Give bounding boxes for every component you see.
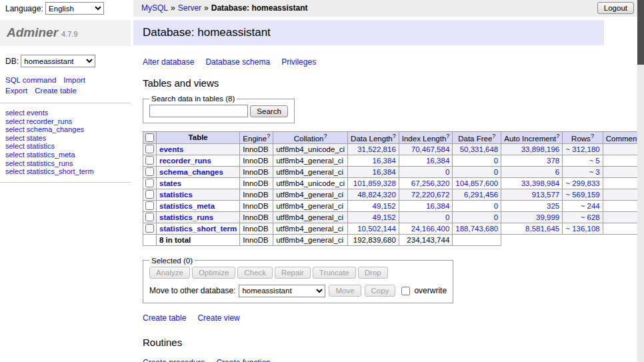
- scrollbar-thumb[interactable]: [637, 0, 644, 65]
- sidebar-menu-link[interactable]: SQL command: [5, 76, 56, 84]
- rows-link[interactable]: ~ 244: [581, 202, 600, 210]
- index-length-link[interactable]: 72,220,672: [411, 191, 450, 199]
- data-free-link[interactable]: 0: [494, 157, 498, 165]
- sidebar-table-link[interactable]: select statistics_runs: [5, 159, 125, 168]
- breadcrumb-mysql-link[interactable]: MySQL: [141, 3, 168, 13]
- check-button[interactable]: Check: [237, 267, 273, 279]
- table-name-link[interactable]: events: [159, 145, 183, 153]
- column-header-data-length[interactable]: Data Length?: [348, 132, 399, 144]
- create-link[interactable]: Create view: [197, 313, 239, 323]
- rows-link[interactable]: ~ 3: [589, 168, 599, 176]
- truncate-button[interactable]: Truncate: [313, 267, 356, 279]
- auto-increment-link[interactable]: 39,999: [536, 213, 559, 221]
- auto-increment-link[interactable]: 378: [547, 157, 559, 165]
- overwrite-checkbox[interactable]: [401, 287, 410, 295]
- sidebar-table-link[interactable]: select statistics_short_term: [5, 167, 125, 176]
- column-header-collation[interactable]: Collation?: [273, 132, 348, 144]
- data-length-link[interactable]: 49,152: [373, 213, 396, 221]
- create-link[interactable]: Create table: [143, 313, 186, 323]
- row-select-checkbox[interactable]: [145, 145, 154, 153]
- copy-button[interactable]: Copy: [365, 285, 396, 297]
- column-header-auto-increment[interactable]: Auto Increment?: [501, 132, 563, 144]
- auto-increment-link[interactable]: 33,398,984: [521, 179, 560, 187]
- column-header-table[interactable]: Table: [157, 132, 240, 144]
- data-length-link[interactable]: 49,152: [373, 202, 396, 210]
- sidebar-menu-link[interactable]: Import: [63, 76, 85, 84]
- auto-increment-link[interactable]: 913,577: [532, 191, 560, 199]
- rows-link[interactable]: ~ 569,159: [565, 191, 599, 199]
- column-header-rows[interactable]: Rows?: [563, 132, 603, 144]
- routine-link[interactable]: Create procedure: [143, 358, 205, 362]
- column-help[interactable]: ?: [591, 133, 594, 139]
- row-select-checkbox[interactable]: [145, 224, 154, 233]
- sidebar-table-link[interactable]: select events: [5, 109, 125, 117]
- data-free-link[interactable]: 0: [494, 168, 498, 176]
- column-help[interactable]: ?: [556, 133, 559, 139]
- routine-link[interactable]: Create function: [216, 358, 270, 362]
- column-help[interactable]: ?: [393, 133, 396, 139]
- column-help[interactable]: ?: [446, 133, 449, 139]
- sidebar-table-link[interactable]: select statistics_meta: [5, 151, 125, 159]
- column-header-index-length[interactable]: Index Length?: [399, 132, 453, 144]
- table-name-link[interactable]: statistics: [159, 191, 193, 199]
- data-length-link[interactable]: 16,384: [373, 157, 396, 165]
- db-action-link[interactable]: Database schema: [205, 57, 270, 67]
- column-help[interactable]: ?: [267, 133, 270, 139]
- index-length-link[interactable]: 70,467,584: [411, 145, 450, 153]
- rows-link[interactable]: ~ 628: [581, 213, 600, 221]
- data-length-link[interactable]: 10,502,144: [357, 225, 396, 233]
- row-select-checkbox[interactable]: [145, 179, 154, 187]
- db-action-link[interactable]: Alter database: [143, 57, 194, 67]
- row-select-checkbox[interactable]: [145, 167, 154, 176]
- row-select-checkbox[interactable]: [145, 201, 154, 210]
- index-length-link[interactable]: 16,384: [426, 202, 449, 210]
- sidebar-table-link[interactable]: select statistics: [5, 142, 125, 151]
- drop-button[interactable]: Drop: [358, 267, 388, 279]
- sidebar-table-link[interactable]: select states: [5, 134, 125, 143]
- auto-increment-link[interactable]: 6: [555, 168, 559, 176]
- index-length-link[interactable]: 24,166,400: [411, 225, 450, 233]
- vertical-scrollbar[interactable]: [637, 0, 644, 362]
- language-select[interactable]: English: [45, 2, 104, 15]
- sidebar-menu-link[interactable]: Create table: [35, 87, 77, 95]
- db-select[interactable]: homeassistant: [21, 55, 95, 67]
- search-input[interactable]: [149, 105, 248, 117]
- data-length-link[interactable]: 31,522,816: [357, 145, 396, 153]
- rows-link[interactable]: ~ 5: [589, 157, 599, 165]
- table-name-link[interactable]: statistics_runs: [159, 213, 213, 221]
- row-select-checkbox[interactable]: [145, 190, 154, 199]
- index-length-link[interactable]: 0: [445, 168, 449, 176]
- auto-increment-link[interactable]: 325: [547, 202, 559, 210]
- data-free-link[interactable]: 104,857,600: [455, 179, 498, 187]
- table-name-link[interactable]: statistics_meta: [159, 202, 215, 210]
- sidebar-menu-link[interactable]: Export: [5, 87, 27, 95]
- data-length-link[interactable]: 101,859,328: [353, 179, 396, 187]
- data-free-link[interactable]: 6,291,456: [464, 191, 498, 199]
- optimize-button[interactable]: Optimize: [192, 267, 235, 279]
- data-length-link[interactable]: 48,824,320: [357, 191, 396, 199]
- breadcrumb-server-link[interactable]: Server: [178, 3, 201, 13]
- data-length-link[interactable]: 16,384: [373, 168, 396, 176]
- data-free-link[interactable]: 0: [494, 213, 498, 221]
- auto-increment-link[interactable]: 33,898,196: [521, 145, 560, 153]
- table-name-link[interactable]: statistics_short_term: [159, 225, 237, 233]
- row-select-checkbox[interactable]: [145, 213, 154, 221]
- auto-increment-link[interactable]: 8,581,645: [525, 225, 559, 233]
- rows-link[interactable]: ~ 299,833: [565, 179, 599, 187]
- sidebar-table-link[interactable]: select schema_changes: [5, 125, 125, 134]
- table-name-link[interactable]: recorder_runs: [159, 157, 211, 165]
- column-help[interactable]: ?: [492, 133, 495, 139]
- search-button[interactable]: Search: [250, 105, 287, 117]
- move-db-select[interactable]: homeassistant: [239, 285, 325, 297]
- analyze-button[interactable]: Analyze: [149, 267, 190, 279]
- row-select-checkbox[interactable]: [145, 156, 154, 165]
- index-length-link[interactable]: 0: [445, 213, 449, 221]
- data-free-link[interactable]: 188,743,680: [455, 225, 498, 233]
- index-length-link[interactable]: 67,256,320: [411, 179, 450, 187]
- sidebar-table-link[interactable]: select recorder_runs: [5, 117, 125, 126]
- table-name-link[interactable]: states: [159, 179, 181, 187]
- repair-button[interactable]: Repair: [275, 267, 311, 279]
- data-free-link[interactable]: 0: [494, 202, 498, 210]
- rows-link[interactable]: ~ 136,108: [565, 225, 599, 233]
- move-button[interactable]: Move: [329, 285, 361, 297]
